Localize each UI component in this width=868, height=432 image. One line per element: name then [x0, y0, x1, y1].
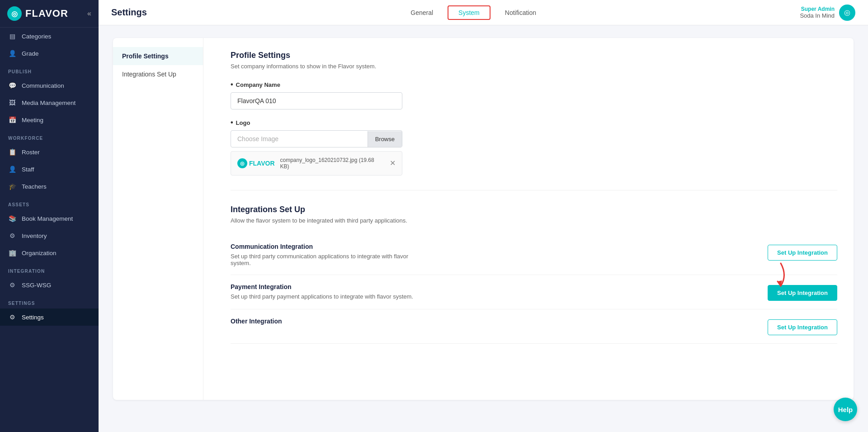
- sidebar-item-roster[interactable]: 📋Roster: [0, 143, 99, 161]
- sidebar-section-label-publish: PUBLISH: [0, 62, 99, 77]
- communication-icon: 💬: [8, 81, 16, 90]
- sidebar-item-label-settings: Settings: [22, 314, 44, 321]
- other-integration-row: Other Integration Set Up Integration: [231, 309, 837, 344]
- integrations-desc: Allow the flavor system to be integrated…: [231, 217, 837, 224]
- profile-settings-section: Profile Settings Set company information…: [231, 51, 837, 176]
- sidebar-item-label-staff: Staff: [22, 166, 34, 173]
- sidebar-section-label-workforce: WORKFORCE: [0, 128, 99, 143]
- staff-icon: 👤: [8, 165, 16, 173]
- help-button[interactable]: Help: [834, 398, 857, 421]
- sidebar-item-settings[interactable]: ⚙Settings: [0, 309, 99, 326]
- communication-integration-row: Communication Integration Set up third p…: [231, 235, 837, 275]
- red-arrow-annotation: [756, 260, 788, 291]
- sidebar-item-label-teachers: Teachers: [22, 183, 47, 190]
- settings-nav-profile[interactable]: Profile Settings: [113, 47, 203, 65]
- sidebar-item-label-meeting: Meeting: [22, 117, 43, 123]
- sidebar-item-label-inventory: Inventory: [22, 233, 47, 239]
- sidebar-item-organization[interactable]: 🏢Organization: [0, 244, 99, 261]
- tab-general[interactable]: General: [400, 5, 444, 20]
- settings-nav-integrations[interactable]: Integrations Set Up: [113, 65, 203, 83]
- inventory-icon: ⚙: [8, 232, 16, 240]
- company-name-field: Company Name: [231, 81, 837, 109]
- sidebar-header: ◎ FLAVOR «: [0, 0, 99, 28]
- topbar-tabs: General System Notification: [400, 5, 547, 20]
- settings-icon: ⚙: [8, 313, 16, 321]
- settings-main-content: Profile Settings Set company information…: [214, 38, 854, 400]
- other-integration-info: Other Integration: [231, 318, 282, 328]
- payment-integration-info: Payment Integration Set up third party p…: [231, 283, 413, 300]
- communication-integration-desc: Set up third party communication applica…: [231, 253, 420, 266]
- sidebar-item-book-management[interactable]: 📚Book Management: [0, 210, 99, 227]
- sidebar-item-inventory[interactable]: ⚙Inventory: [0, 227, 99, 244]
- sidebar-item-grade[interactable]: 👤Grade: [0, 45, 99, 62]
- sidebar: ◎ FLAVOR « ▤Categories👤GradePUBLISH💬Comm…: [0, 0, 99, 432]
- avatar: ◎: [839, 5, 855, 21]
- sidebar-section-label-integration: INTEGRATION: [0, 261, 99, 276]
- meeting-icon: 📅: [8, 116, 16, 124]
- payment-integration-title: Payment Integration: [231, 283, 413, 290]
- payment-integration-row: Payment Integration Set up third party p…: [231, 275, 837, 309]
- topbar: Settings General System Notification Sup…: [99, 0, 868, 25]
- media-management-icon: 🖼: [8, 99, 16, 107]
- tab-notification[interactable]: Notification: [494, 5, 547, 20]
- logo-file-preview: ◎ FLAVOR company_logo_1620210732.jpg (19…: [231, 151, 402, 176]
- file-name-label: company_logo_1620210732.jpg (19.68 KB): [280, 157, 384, 170]
- integrations-title: Integrations Set Up: [231, 205, 837, 214]
- grade-icon: 👤: [8, 49, 16, 57]
- logo-preview-icon: ◎ FLAVOR: [237, 158, 275, 168]
- ssg-wsg-icon: ⚙: [8, 281, 16, 289]
- file-remove-button[interactable]: ✕: [390, 160, 396, 167]
- sidebar-item-teachers[interactable]: 🎓Teachers: [0, 178, 99, 195]
- brand-icon: ◎: [7, 6, 22, 21]
- brand-name: FLAVOR: [25, 8, 68, 19]
- logo-brand-text: FLAVOR: [249, 160, 275, 167]
- logo-field: Logo Choose Image Browse ◎ FLAVOR compan…: [231, 119, 837, 176]
- sidebar-section-label-settings: SETTINGS: [0, 294, 99, 309]
- sidebar-collapse-button[interactable]: «: [87, 9, 91, 18]
- sidebar-item-staff[interactable]: 👤Staff: [0, 161, 99, 178]
- logo-dot-icon: ◎: [237, 158, 247, 168]
- page-title: Settings: [111, 7, 147, 18]
- sidebar-item-ssg-wsg[interactable]: ⚙SSG-WSG: [0, 276, 99, 294]
- user-info: Super Admin Soda In Mind: [800, 6, 835, 19]
- logo-label: Logo: [231, 119, 837, 127]
- company-name-label: Company Name: [231, 81, 837, 89]
- organization-icon: 🏢: [8, 249, 16, 257]
- categories-icon: ▤: [8, 32, 16, 40]
- sidebar-section-label-assets: ASSETS: [0, 195, 99, 210]
- sidebar-item-label-categories: Categories: [22, 33, 51, 40]
- settings-sidebar-nav: Profile Settings Integrations Set Up: [113, 38, 203, 400]
- teachers-icon: 🎓: [8, 182, 16, 190]
- sidebar-item-categories[interactable]: ▤Categories: [0, 28, 99, 45]
- sidebar-nav: ▤Categories👤GradePUBLISH💬Communication🖼M…: [0, 28, 99, 326]
- communication-integration-title: Communication Integration: [231, 243, 420, 250]
- profile-settings-desc: Set company informations to show in the …: [231, 63, 837, 70]
- logo-placeholder: Choose Image: [231, 131, 368, 147]
- sidebar-item-meeting[interactable]: 📅Meeting: [0, 111, 99, 128]
- other-integration-title: Other Integration: [231, 318, 282, 325]
- profile-settings-title: Profile Settings: [231, 51, 837, 60]
- section-divider: [231, 190, 837, 190]
- brand-logo: ◎ FLAVOR: [7, 6, 68, 21]
- user-role: Super Admin: [800, 6, 835, 12]
- tab-system[interactable]: System: [448, 5, 491, 20]
- settings-layout: Profile Settings Integrations Set Up Pro…: [113, 38, 854, 400]
- sidebar-item-media-management[interactable]: 🖼Media Management: [0, 94, 99, 111]
- main-wrapper: Settings General System Notification Sup…: [99, 0, 868, 432]
- sidebar-item-label-roster: Roster: [22, 149, 40, 156]
- sidebar-item-communication[interactable]: 💬Communication: [0, 77, 99, 94]
- integrations-setup-section: Integrations Set Up Allow the flavor sys…: [231, 205, 837, 344]
- company-name-input[interactable]: [231, 92, 402, 109]
- book-management-icon: 📚: [8, 214, 16, 223]
- user-company: Soda In Mind: [800, 12, 835, 19]
- payment-btn-area: Set Up Integration: [768, 283, 837, 301]
- sidebar-item-label-ssg-wsg: SSG-WSG: [22, 282, 51, 289]
- other-setup-button[interactable]: Set Up Integration: [768, 319, 837, 335]
- sidebar-item-label-communication: Communication: [22, 82, 64, 89]
- communication-setup-button[interactable]: Set Up Integration: [768, 245, 837, 261]
- sidebar-item-label-grade: Grade: [22, 50, 39, 57]
- payment-integration-desc: Set up third party payment applications …: [231, 293, 413, 300]
- roster-icon: 📋: [8, 148, 16, 156]
- content-area: Profile Settings Integrations Set Up Pro…: [99, 25, 868, 432]
- browse-button[interactable]: Browse: [368, 131, 402, 147]
